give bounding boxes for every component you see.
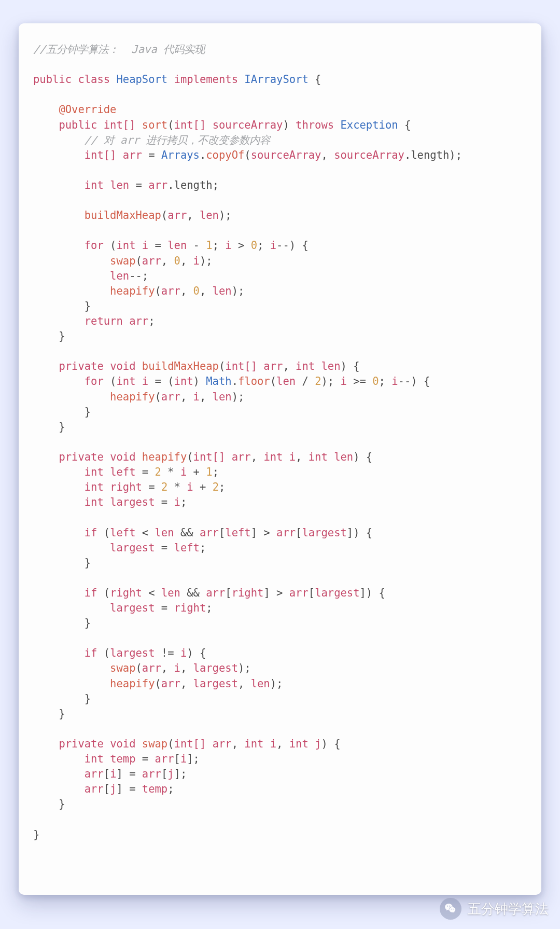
kw-int: int — [174, 375, 193, 387]
var-largest: largest — [110, 647, 155, 659]
var-arr: arr — [85, 768, 104, 780]
var-i: i — [142, 239, 148, 252]
kw-int: int — [263, 451, 283, 463]
var-largest: largest — [302, 526, 346, 539]
var-len: len — [213, 285, 232, 297]
var-len: len — [167, 239, 187, 252]
var-arr: arr — [142, 662, 161, 674]
var-i: i — [180, 647, 187, 659]
var-sourcearray: sourceArray — [251, 149, 321, 161]
fn-buildmaxheap: buildMaxHeap — [85, 209, 161, 221]
var-len: len — [155, 526, 174, 539]
cls-heapsort: HeapSort — [116, 73, 167, 86]
kw-int: int — [85, 466, 104, 478]
kw-int: int — [85, 496, 104, 508]
var-i: i — [193, 255, 200, 267]
var-left: left — [110, 526, 135, 539]
fn-swap: swap — [110, 255, 135, 267]
kw-int-arr: int[] — [193, 451, 226, 463]
var-sourcearray: sourceArray — [213, 119, 283, 131]
kw-int: int — [116, 375, 135, 387]
var-left: left — [225, 526, 250, 539]
var-i: i — [187, 481, 193, 493]
var-arr: arr — [142, 255, 161, 267]
fn-sort: sort — [142, 119, 167, 131]
id-length: length — [174, 179, 213, 191]
cls-arrays: Arrays — [161, 149, 200, 161]
var-i: i — [270, 738, 276, 750]
comment-copy: // 对 arr 进行拷贝，不改变参数内容 — [85, 134, 271, 146]
kw-private: private — [59, 451, 103, 463]
var-arr: arr — [161, 285, 180, 297]
var-largest: largest — [110, 542, 155, 554]
var-arr: arr — [232, 451, 251, 463]
kw-int: int — [289, 738, 309, 750]
an-override: @Override — [59, 103, 116, 116]
var-i: i — [142, 375, 148, 387]
var-right: right — [232, 587, 264, 599]
code-card: //五分钟学算法： Java 代码实现 public class HeapSor… — [19, 23, 541, 895]
var-i: i — [341, 375, 347, 387]
var-i: i — [180, 466, 187, 478]
var-arr: arr — [123, 149, 142, 161]
kw-if: if — [85, 526, 97, 539]
var-arr: arr — [142, 768, 161, 780]
var-arr: arr — [85, 783, 104, 795]
fn-buildmaxheap: buildMaxHeap — [142, 360, 219, 372]
kw-throws: throws — [296, 119, 334, 131]
fn-swap: swap — [142, 738, 167, 750]
num-2: 2 — [161, 481, 167, 493]
watermark-text: 五分钟学算法 — [468, 900, 549, 918]
kw-for: for — [85, 375, 104, 387]
kw-public: public — [33, 73, 72, 86]
comment-header: //五分钟学算法： Java 代码实现 — [33, 43, 205, 56]
var-largest: largest — [193, 677, 238, 690]
var-arr: arr — [155, 753, 174, 765]
var-arr: arr — [276, 526, 296, 539]
code-block: //五分钟学算法： Java 代码实现 public class HeapSor… — [33, 42, 527, 842]
var-len: len — [321, 360, 340, 372]
kw-return: return — [85, 315, 123, 327]
var-sourcearray: sourceArray — [334, 149, 404, 161]
num-2: 2 — [213, 481, 219, 493]
var-temp: temp — [142, 783, 167, 795]
watermark: 五分钟学算法 — [440, 898, 549, 920]
var-i: i — [270, 239, 276, 252]
kw-int: int — [116, 239, 135, 252]
kw-int-arr: int[] — [85, 149, 117, 161]
kw-int: int — [85, 481, 104, 493]
var-len: len — [110, 270, 129, 282]
fn-swap: swap — [110, 662, 135, 674]
fn-copyof: copyOf — [206, 149, 244, 161]
var-i: i — [225, 239, 231, 252]
num-1: 1 — [206, 466, 212, 478]
var-len: len — [276, 375, 296, 387]
num-2: 2 — [155, 466, 161, 478]
wechat-icon — [440, 898, 461, 920]
var-len: len — [334, 451, 353, 463]
var-arr: arr — [129, 315, 148, 327]
kw-class: class — [78, 73, 110, 86]
kw-implements: implements — [174, 73, 238, 86]
var-right: right — [110, 587, 142, 599]
kw-int-arr: int[] — [174, 738, 206, 750]
kw-int-arr: int[] — [225, 360, 257, 372]
var-right: right — [174, 602, 206, 614]
var-largest: largest — [193, 662, 238, 674]
var-len: len — [161, 587, 180, 599]
var-temp: temp — [110, 753, 135, 765]
kw-void: void — [110, 738, 135, 750]
cls-iarraysort: IArraySort — [244, 73, 308, 86]
var-arr: arr — [148, 179, 167, 191]
var-i: i — [174, 662, 180, 674]
id-length: length — [411, 149, 449, 161]
fn-heapify: heapify — [142, 451, 187, 463]
var-j: j — [110, 783, 116, 795]
kw-public: public — [59, 119, 97, 131]
kw-private: private — [59, 360, 103, 372]
var-i: i — [110, 768, 116, 780]
fn-floor: floor — [238, 375, 270, 387]
var-i: i — [391, 375, 398, 387]
num-1: 1 — [206, 239, 212, 252]
var-right: right — [110, 481, 142, 493]
